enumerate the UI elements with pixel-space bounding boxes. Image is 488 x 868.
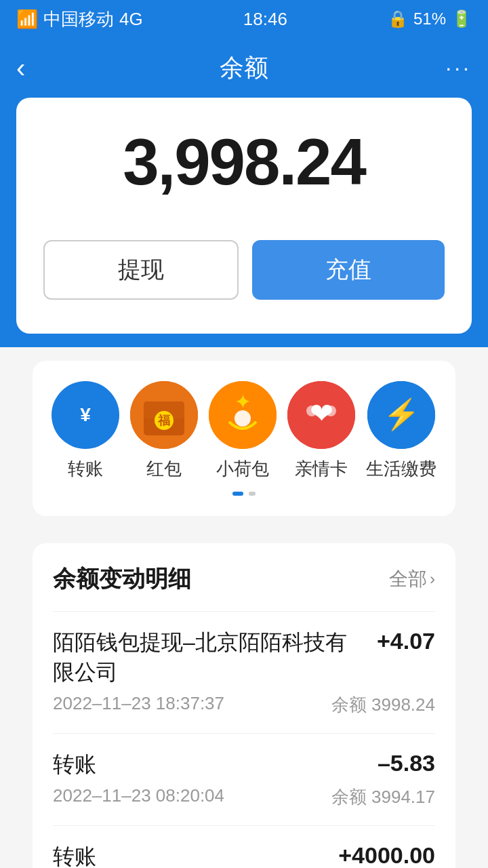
dot-2 [249, 492, 256, 496]
withdraw-button[interactable]: 提现 [43, 240, 239, 300]
transaction-balance-2: 余额 3994.17 [331, 785, 435, 809]
transaction-name-2: 转账 [53, 750, 364, 780]
page-title: 余额 [220, 52, 268, 85]
transaction-name-3: 转账 [53, 842, 325, 868]
dots-indicator [46, 492, 442, 496]
transaction-amount-1: +4.07 [377, 628, 435, 654]
transaction-item-3[interactable]: 转账 +4000.00 2022–11–22 10:58:18 余额 4000.… [53, 825, 435, 868]
redpacket-svg: 福 [130, 381, 198, 449]
transaction-section: 余额变动明细 全部 › 陌陌钱包提现–北京陌陌科技有限公司 +4.07 2022… [33, 543, 455, 868]
carrier-label: 中国移动 [43, 7, 114, 31]
transaction-meta-2: 2022–11–23 08:20:04 余额 3994.17 [53, 785, 435, 809]
transaction-item-2[interactable]: 转账 –5.83 2022–11–23 08:20:04 余额 3994.17 [53, 733, 435, 825]
top-area: 3,998.24 提现 充值 [0, 98, 488, 347]
balance-card: 3,998.24 提现 充值 [16, 98, 472, 334]
transaction-row-2: 转账 –5.83 [53, 750, 435, 780]
balance-buttons: 提现 充值 [43, 240, 445, 300]
back-button[interactable]: ‹ [16, 53, 25, 83]
svg-text:福: 福 [157, 414, 170, 427]
dot-1 [232, 492, 243, 496]
signal-icon: 📶 [16, 9, 38, 30]
xiaohebao-label: 小荷包 [216, 457, 269, 481]
more-button[interactable]: ··· [445, 56, 472, 81]
network-label: 4G [119, 9, 143, 30]
transaction-all-button[interactable]: 全部 › [389, 566, 435, 592]
shortcut-redpacket[interactable]: 福 红包 [130, 381, 198, 481]
transaction-amount-3: +4000.00 [338, 842, 435, 868]
shortcuts-section: ¥ 转账 福 红包 [33, 361, 455, 516]
svg-text:⚡: ⚡ [383, 397, 420, 432]
balance-amount: 3,998.24 [43, 125, 445, 199]
status-bar: 📶 中国移动 4G 18:46 🔒 51% 🔋 [0, 0, 488, 38]
bills-label: 生活缴费 [366, 457, 436, 481]
shortcut-bills[interactable]: ⚡ 生活缴费 [366, 381, 436, 481]
shortcut-xiaohebao[interactable]: ✦ 小荷包 [209, 381, 277, 481]
nav-bar: ‹ 余额 ··· [0, 38, 488, 98]
status-bar-right: 🔒 51% 🔋 [388, 9, 472, 28]
xiaohebao-icon: ✦ [209, 381, 277, 449]
transaction-row-1: 陌陌钱包提现–北京陌陌科技有限公司 +4.07 [53, 628, 435, 688]
transaction-item-1[interactable]: 陌陌钱包提现–北京陌陌科技有限公司 +4.07 2022–11–23 18:37… [53, 611, 435, 733]
familycard-icon: ❤ [287, 381, 355, 449]
svg-point-9 [235, 410, 251, 427]
svg-point-12 [306, 406, 317, 416]
familycard-label: 亲情卡 [295, 457, 348, 481]
chevron-right-icon: › [430, 570, 435, 589]
lock-icon: 🔒 [388, 9, 408, 28]
transaction-title: 余额变动明细 [53, 564, 191, 595]
transaction-name-1: 陌陌钱包提现–北京陌陌科技有限公司 [53, 628, 363, 688]
shortcuts-wrapper: ¥ 转账 福 红包 [0, 347, 488, 543]
time-label: 18:46 [243, 9, 287, 30]
transaction-meta-1: 2022–11–23 18:37:37 余额 3998.24 [53, 693, 435, 717]
transaction-date-2: 2022–11–23 08:20:04 [53, 785, 224, 809]
transaction-row-3: 转账 +4000.00 [53, 842, 435, 868]
redpacket-label: 红包 [146, 457, 182, 481]
yuan-icon: ¥ [68, 398, 102, 432]
shortcut-transfer[interactable]: ¥ 转账 [52, 381, 119, 481]
svg-text:✦: ✦ [235, 392, 250, 412]
transfer-label: 转账 [68, 457, 103, 481]
battery-icon: 🔋 [451, 9, 472, 28]
shortcuts-grid: ¥ 转账 福 红包 [46, 381, 442, 481]
xiaohebao-svg: ✦ [209, 381, 277, 449]
transactions-wrapper: 余额变动明细 全部 › 陌陌钱包提现–北京陌陌科技有限公司 +4.07 2022… [0, 543, 488, 868]
all-label: 全部 [389, 566, 427, 592]
familycard-svg: ❤ [287, 381, 355, 449]
bills-icon: ⚡ [367, 381, 435, 449]
transaction-header: 余额变动明细 全部 › [53, 564, 435, 595]
battery-label: 51% [413, 9, 446, 28]
shortcut-familycard[interactable]: ❤ 亲情卡 [287, 381, 355, 481]
status-bar-left: 📶 中国移动 4G [16, 7, 143, 31]
svg-text:¥: ¥ [80, 404, 91, 425]
transaction-amount-2: –5.83 [378, 750, 435, 776]
redpacket-icon: 福 [130, 381, 198, 449]
transaction-date-1: 2022–11–23 18:37:37 [53, 693, 224, 717]
svg-point-13 [325, 406, 336, 416]
transfer-icon: ¥ [52, 381, 119, 449]
bills-svg: ⚡ [367, 381, 435, 449]
recharge-button[interactable]: 充值 [252, 240, 445, 300]
transaction-balance-1: 余额 3998.24 [331, 693, 435, 717]
